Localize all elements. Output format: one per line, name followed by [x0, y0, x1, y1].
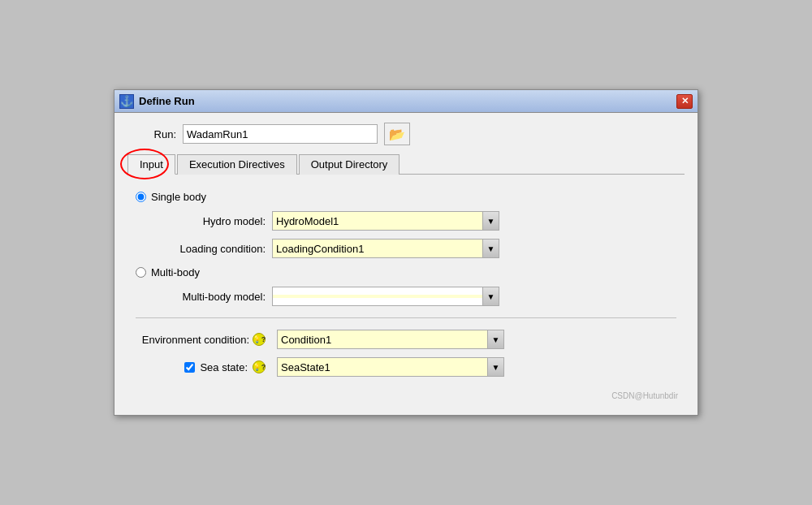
content-area: Single body Hydro model: HydroModel1 ▼ L… [127, 186, 685, 390]
loading-condition-dropdown[interactable]: LoadingCondition1 ▼ [272, 239, 499, 258]
dialog-window: ⚓ Define Run ✕ Run: 📂 Input Execution Di… [114, 89, 698, 416]
loading-condition-value: LoadingCondition1 [273, 241, 482, 257]
sea-state-checkbox-row: Sea state: 💡? [184, 360, 266, 373]
bottom-fields: Environment condition: 💡? Condition1 ▼ S… [136, 330, 676, 377]
hydro-model-row: Hydro model: HydroModel1 ▼ [152, 211, 676, 231]
dialog-body: Run: 📂 Input Execution Directives Output… [114, 113, 698, 415]
tabs-row: Input Execution Directives Output Direct… [127, 153, 685, 175]
loading-condition-label: Loading condition: [152, 243, 266, 255]
multi-body-radio[interactable] [136, 267, 146, 278]
tab-output-directory[interactable]: Output Directory [299, 154, 400, 175]
single-body-radio[interactable] [136, 192, 146, 202]
title-bar-left: ⚓ Define Run [119, 94, 195, 109]
multi-body-model-row: Multi-body model: ▼ [152, 287, 676, 306]
sea-state-dropdown[interactable]: SeaState1 ▼ [277, 357, 504, 377]
hydro-model-label: Hydro model: [152, 215, 266, 227]
single-body-radio-row: Single body [136, 191, 676, 203]
tab-input[interactable]: Input [127, 154, 175, 175]
loading-condition-dropdown-arrow[interactable]: ▼ [482, 240, 499, 257]
run-row: Run: 📂 [127, 123, 685, 145]
env-condition-label-group: Environment condition: 💡? [136, 333, 266, 346]
close-button[interactable]: ✕ [676, 94, 693, 109]
multi-body-model-dropdown-arrow[interactable]: ▼ [482, 287, 499, 305]
sea-state-label-group: Sea state: 💡? [136, 360, 266, 373]
sea-state-checkbox[interactable] [184, 362, 195, 373]
watermark: CSDN@Hutunbdir [127, 390, 685, 402]
sea-state-value: SeaState1 [278, 360, 487, 375]
hydro-model-dropdown[interactable]: HydroModel1 ▼ [272, 211, 499, 231]
multi-body-model-dropdown[interactable]: ▼ [272, 287, 499, 306]
env-condition-label: Environment condition: [142, 334, 249, 346]
env-condition-row: Environment condition: 💡? Condition1 ▼ [136, 330, 676, 349]
env-condition-value: Condition1 [278, 332, 487, 347]
multi-body-label: Multi-body [151, 266, 200, 278]
sea-state-row: Sea state: 💡? SeaState1 ▼ [136, 357, 676, 377]
sea-state-dropdown-arrow[interactable]: ▼ [487, 358, 503, 376]
anchor-icon: ⚓ [119, 94, 134, 109]
multi-body-model-value [273, 295, 482, 298]
run-label: Run: [127, 128, 176, 140]
hydro-model-dropdown-arrow[interactable]: ▼ [482, 212, 499, 230]
sea-state-label: Sea state: [200, 361, 248, 373]
run-input[interactable] [183, 124, 378, 144]
env-condition-dropdown-arrow[interactable]: ▼ [487, 330, 503, 348]
single-body-label: Single body [151, 191, 206, 203]
sea-state-help-icon[interactable]: 💡? [253, 360, 266, 373]
dialog-title: Define Run [139, 95, 195, 107]
multi-body-model-label: Multi-body model: [152, 291, 266, 303]
hydro-model-value: HydroModel1 [273, 214, 482, 229]
title-bar: ⚓ Define Run ✕ [114, 90, 698, 113]
loading-condition-row: Loading condition: LoadingCondition1 ▼ [152, 239, 676, 258]
env-condition-help-icon[interactable]: 💡? [253, 333, 266, 346]
section-divider [136, 317, 676, 318]
run-folder-button[interactable]: 📂 [384, 123, 410, 145]
tab-execution[interactable]: Execution Directives [177, 154, 297, 175]
env-condition-dropdown[interactable]: Condition1 ▼ [277, 330, 504, 349]
multi-body-radio-row: Multi-body [136, 266, 676, 278]
